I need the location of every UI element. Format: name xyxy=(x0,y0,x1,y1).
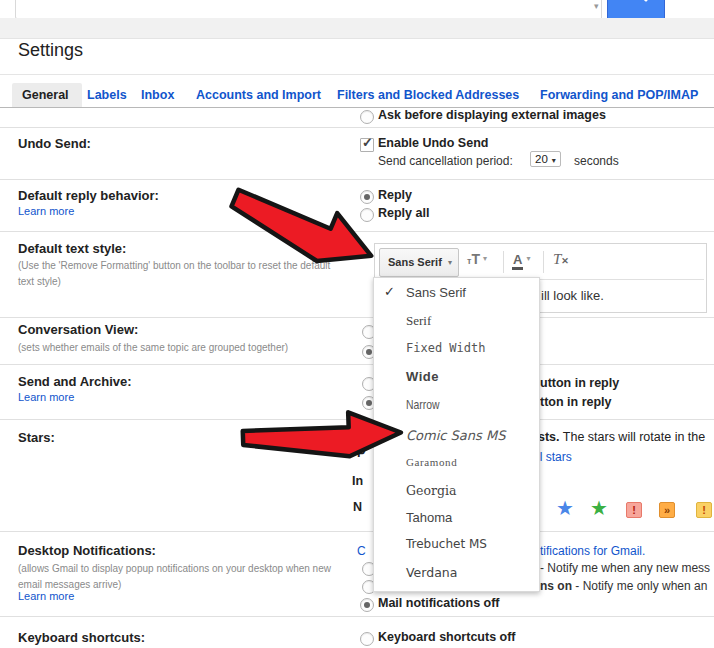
desktop-notifications-learn-more-link[interactable]: Learn more xyxy=(18,590,74,602)
desktop-notifications-description: (allows Gmail to display popup notificat… xyxy=(18,561,348,593)
reply-all-radio[interactable] xyxy=(360,208,374,222)
chevron-down-icon: ▾ xyxy=(448,258,452,267)
title-divider xyxy=(0,74,714,75)
tab-accounts-import[interactable]: Accounts and Import xyxy=(196,88,321,102)
conversation-view-label: Conversation View: xyxy=(18,322,138,337)
enable-undo-send-checkbox[interactable]: ✓ xyxy=(360,138,374,152)
new-mail-notifications-fragment: - Notify me when any new mess xyxy=(540,561,710,575)
yellow-bang-icon[interactable]: ! xyxy=(696,502,712,518)
send-archive-option2-fragment: tton in reply xyxy=(540,395,612,409)
tabbar-border xyxy=(0,107,714,108)
style-preview-text: ill look like. xyxy=(541,288,604,303)
font-family-button[interactable]: Sans Serif ▾ xyxy=(379,248,459,277)
chevron-down-icon: ▾ xyxy=(483,254,487,263)
mail-notifications-off-label: Mail notifications off xyxy=(378,596,500,610)
header-strip xyxy=(0,18,714,39)
text-color-button[interactable]: A▾ xyxy=(512,250,530,268)
search-options-caret-icon[interactable]: ▾ xyxy=(594,1,599,11)
row-separator xyxy=(0,127,714,128)
text-style-label: Default text style: xyxy=(18,241,126,256)
stars-desc-fragment: The stars will rotate in the xyxy=(560,430,706,444)
menu-item-wide[interactable]: Wide xyxy=(374,366,539,390)
red-bang-icon[interactable]: ! xyxy=(626,502,642,518)
undo-send-label: Undo Send: xyxy=(18,136,91,151)
enable-undo-send-label: Enable Undo Send xyxy=(378,136,488,150)
row-separator xyxy=(0,419,714,420)
menu-item-narrow[interactable]: Narrow xyxy=(374,394,539,418)
row-separator xyxy=(0,616,714,617)
tab-filters-blocked[interactable]: Filters and Blocked Addresses xyxy=(337,88,519,102)
font-family-menu: ✓ Sans Serif Serif Fixed Width Wide Narr… xyxy=(373,277,540,592)
presets-label-fragment: P xyxy=(357,446,365,460)
stars-label: Stars: xyxy=(18,430,55,445)
page-title: Settings xyxy=(18,40,83,61)
settings-tabbar: General Labels Inbox Accounts and Import… xyxy=(0,83,714,107)
menu-item-sans-serif[interactable]: Sans Serif xyxy=(374,282,539,306)
keyboard-shortcuts-label: Keyboard shortcuts: xyxy=(18,630,145,645)
send-archive-learn-more-link[interactable]: Learn more xyxy=(18,391,74,403)
reply-learn-more-link[interactable]: Learn more xyxy=(18,205,74,217)
menu-item-fixed-width[interactable]: Fixed Width xyxy=(374,338,539,362)
ask-external-images-radio[interactable] xyxy=(360,110,374,124)
keyboard-shortcuts-off-radio[interactable] xyxy=(360,632,374,646)
row-separator xyxy=(0,179,714,180)
row-separator xyxy=(0,317,714,318)
text-style-description: (Use the 'Remove Formatting' button on t… xyxy=(18,258,348,290)
search-icon xyxy=(608,0,664,5)
send-archive-label: Send and Archive: xyxy=(18,374,132,389)
reply-radio[interactable] xyxy=(360,190,374,204)
search-button[interactable] xyxy=(607,0,665,20)
row-separator xyxy=(0,364,714,365)
toolbar-divider xyxy=(543,251,544,273)
tab-forwarding-pop-imap[interactable]: Forwarding and POP/IMAP xyxy=(540,88,698,102)
important-notifications-fragment: - Notify me only when an xyxy=(572,579,707,593)
cancellation-period-label: Send cancellation period: xyxy=(378,154,513,168)
desktop-notifications-label: Desktop Notifications: xyxy=(18,543,156,558)
not-in-use-label-fragment: N xyxy=(353,500,362,514)
remove-formatting-button[interactable]: T✕ xyxy=(553,250,569,268)
row-separator xyxy=(0,231,714,232)
tab-general[interactable]: General xyxy=(22,88,69,102)
send-archive-option1-fragment: utton in reply xyxy=(540,376,619,390)
conversation-view-description: (sets whether emails of the same topic a… xyxy=(18,340,348,356)
important-notifications-bold-fragment: ns on xyxy=(540,579,572,593)
reply-option-label: Reply xyxy=(378,188,412,202)
enable-notifications-link-start-fragment[interactable]: C xyxy=(357,544,366,558)
select-caret-icon: ▾ xyxy=(552,156,556,165)
orange-chevrons-icon[interactable]: » xyxy=(659,502,675,518)
cancellation-period-select[interactable]: 20▾ xyxy=(530,151,561,167)
all-stars-link-fragment[interactable]: ll stars xyxy=(537,450,572,464)
stars-desc-bold-fragment: sts. xyxy=(538,430,560,444)
menu-item-comic-sans[interactable]: Comic Sans MS xyxy=(374,425,539,449)
chevron-down-icon: ▾ xyxy=(526,254,530,263)
green-star-icon[interactable]: ★ xyxy=(590,498,608,518)
tab-labels[interactable]: Labels xyxy=(87,88,127,102)
tab-inbox[interactable]: Inbox xyxy=(141,88,174,102)
menu-item-serif[interactable]: Serif xyxy=(374,310,539,334)
menu-item-garamond[interactable]: Garamond xyxy=(374,453,539,477)
keyboard-shortcuts-off-label: Keyboard shortcuts off xyxy=(378,630,516,644)
seconds-label: seconds xyxy=(574,154,619,168)
gmail-settings-page: ▾ Settings General Labels Inbox Accounts… xyxy=(0,0,714,648)
in-use-label-fragment: In xyxy=(352,474,363,488)
menu-item-verdana[interactable]: Verdana xyxy=(374,562,539,586)
font-size-button[interactable]: тT▾ xyxy=(467,250,487,268)
enable-notifications-link-end-fragment[interactable]: tifications for Gmail. xyxy=(540,544,645,558)
menu-item-georgia[interactable]: Georgia xyxy=(374,480,539,504)
ask-external-images-label: Ask before displaying external images xyxy=(378,108,606,122)
search-input[interactable] xyxy=(15,0,602,19)
toolbar-divider xyxy=(503,251,504,273)
row-separator xyxy=(0,531,714,532)
menu-item-tahoma[interactable]: Tahoma xyxy=(374,507,539,531)
reply-all-option-label: Reply all xyxy=(378,206,429,220)
reply-behavior-label: Default reply behavior: xyxy=(18,188,159,203)
checkmark-icon: ✓ xyxy=(362,135,373,150)
mail-notifications-off-radio[interactable] xyxy=(360,598,374,612)
menu-item-trebuchet[interactable]: Trebuchet MS xyxy=(374,534,539,558)
blue-star-icon[interactable]: ★ xyxy=(556,498,574,518)
